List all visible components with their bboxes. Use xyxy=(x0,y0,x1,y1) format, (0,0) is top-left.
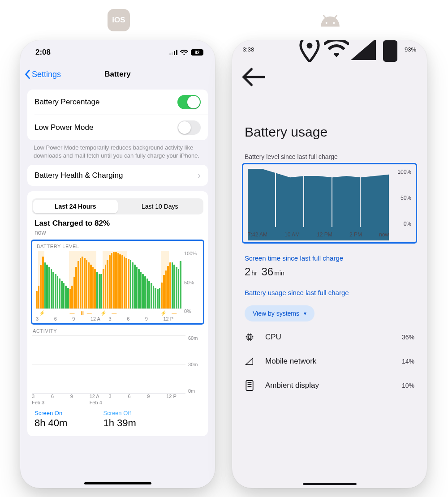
battery-level-bar xyxy=(155,288,156,308)
usage-item-cell[interactable]: Mobile network14% xyxy=(232,349,427,373)
battery-level-bar xyxy=(46,265,48,308)
ios-navbar: Settings Battery xyxy=(20,64,215,84)
battery-level-bar xyxy=(178,269,180,308)
battery-level-bar xyxy=(172,262,173,308)
seg-last-10d[interactable]: Last 10 Days xyxy=(118,200,202,213)
screen-time-label: Screen time since last full charge xyxy=(232,244,427,266)
ios-home-indicator[interactable] xyxy=(84,482,151,484)
battery-level-bar xyxy=(140,272,142,309)
ios-status-icons: 82 xyxy=(169,49,203,56)
ios-toggles-card: Battery Percentage Low Power Mode xyxy=(27,90,208,140)
battery-level-bar xyxy=(59,278,60,308)
usage-item-label: CPU xyxy=(265,333,281,342)
usage-item-label: Ambient display xyxy=(265,381,319,390)
charging-marker: ⏸ xyxy=(80,310,85,316)
battery-percentage-switch[interactable] xyxy=(177,95,201,109)
screen-off-label: Screen Off xyxy=(103,410,136,416)
low-power-mode-hint: Low Power Mode temporarily reduces backg… xyxy=(20,144,215,159)
seg-last-24h[interactable]: Last 24 Hours xyxy=(33,200,118,213)
usage-item-cpu[interactable]: CPU36% xyxy=(232,325,427,349)
low-power-mode-row[interactable]: Low Power Mode xyxy=(27,115,208,140)
battery-level-bar xyxy=(138,269,140,308)
low-power-mode-switch[interactable] xyxy=(177,120,201,135)
back-button[interactable]: Settings xyxy=(25,69,61,79)
chevron-down-icon: ▾ xyxy=(304,310,306,317)
battery-level-bar xyxy=(169,262,171,308)
android-status-bar: 3:38 93% xyxy=(232,40,427,58)
ios-screen: 2:08 82 Settings Battery Battery Percent… xyxy=(20,40,215,488)
charging-marker: — xyxy=(87,310,92,316)
battery-level-chart[interactable]: BATTERY LEVEL 100%50%0% ⚡—⏸—⚡—⚡— 36912 A… xyxy=(31,240,204,325)
battery-level-bar xyxy=(132,262,134,308)
chevron-left-icon xyxy=(25,69,31,79)
battery-level-bar xyxy=(44,262,46,308)
battery-level-bar xyxy=(51,269,52,308)
battery-icon: 82 xyxy=(191,49,203,56)
battery-level-bar xyxy=(100,274,102,308)
ios-platform-badge: iOS xyxy=(108,9,130,31)
battery-health-row[interactable]: Battery Health & Charging › xyxy=(27,165,208,186)
page-title: Battery usage xyxy=(232,99,427,148)
ios-battery-pct: 82 xyxy=(194,50,199,55)
x-axis-label: now xyxy=(379,231,389,240)
android-level-chart[interactable]: 7:42 AM10 AM12 PM2 PMnow 100%50%0% xyxy=(242,163,417,244)
ios-status-bar: 2:08 82 xyxy=(20,40,215,64)
wifi-icon xyxy=(324,40,349,62)
svg-rect-9 xyxy=(383,40,397,62)
battery-level-bar xyxy=(61,281,63,308)
screen-time-value: 2hr 36min xyxy=(232,266,427,278)
battery-level-bar xyxy=(55,274,56,308)
battery-level-bar xyxy=(57,276,59,308)
battery-level-bar xyxy=(99,274,100,308)
screen-on-value: 8h 40m xyxy=(34,417,67,429)
ios-platform-label: iOS xyxy=(112,16,125,25)
view-by-chip-label: View by systems xyxy=(253,310,299,317)
last-charged-sub: now xyxy=(27,229,208,236)
activity-chart[interactable]: ACTIVITY 60m30m0m 36912 A36912 P Feb 3Fe… xyxy=(32,328,203,405)
battery-level-bar xyxy=(134,265,136,308)
usage-item-pct: 14% xyxy=(402,358,414,365)
android-status-time: 3:38 xyxy=(243,46,254,53)
android-gesture-bar[interactable] xyxy=(303,483,357,485)
usage-item-ambient[interactable]: Ambient display10% xyxy=(232,373,427,398)
screen-on-label: Screen On xyxy=(34,410,67,416)
cellular-icon xyxy=(169,50,177,55)
x-axis-label: 12 PM xyxy=(317,231,332,240)
view-by-chip[interactable]: View by systems ▾ xyxy=(245,305,314,321)
battery-level-bar xyxy=(130,260,132,308)
low-power-mode-label: Low Power Mode xyxy=(34,123,93,132)
usage-card: Last 24 Hours Last 10 Days Last Charged … xyxy=(27,191,208,436)
android-icon xyxy=(319,8,341,33)
charging-marker: — xyxy=(172,310,177,316)
svg-point-0 xyxy=(326,22,327,24)
range-segmented-control[interactable]: Last 24 Hours Last 10 Days xyxy=(32,198,203,214)
level-label: Battery level since last full charge xyxy=(232,148,427,163)
svg-point-1 xyxy=(333,22,335,24)
svg-rect-7 xyxy=(176,50,177,55)
battery-level-bar xyxy=(128,259,129,308)
arrow-left-icon xyxy=(240,64,265,90)
screen-time-hours: 2 xyxy=(245,266,250,278)
page-title: Battery xyxy=(104,70,131,79)
activity-chart-title: ACTIVITY xyxy=(32,328,203,334)
screen-time-mins: 36 xyxy=(261,266,273,278)
battery-level-bar xyxy=(65,286,67,309)
battery-level-bar xyxy=(142,274,144,308)
svg-line-2 xyxy=(323,16,326,18)
android-screen: 3:38 93% Battery usage Battery level sin… xyxy=(232,40,427,488)
back-button[interactable] xyxy=(232,58,273,99)
last-charged-title: Last Charged to 82% xyxy=(27,219,208,228)
battery-level-title: BATTERY LEVEL xyxy=(36,244,199,249)
charging-marker: — xyxy=(112,310,116,316)
ios-status-time: 2:08 xyxy=(35,48,51,57)
cellular-icon xyxy=(351,40,376,62)
battery-level-bar xyxy=(148,281,150,308)
svg-point-8 xyxy=(307,43,313,49)
battery-percentage-row[interactable]: Battery Percentage xyxy=(27,90,208,115)
x-axis-label: 7:42 AM xyxy=(248,231,267,240)
screen-off-summary: Screen Off 1h 39m xyxy=(103,410,136,429)
charging-marker: ⚡ xyxy=(160,310,167,316)
cpu-icon xyxy=(245,332,254,342)
battery-level-bar xyxy=(153,286,155,309)
svg-rect-6 xyxy=(174,51,175,55)
